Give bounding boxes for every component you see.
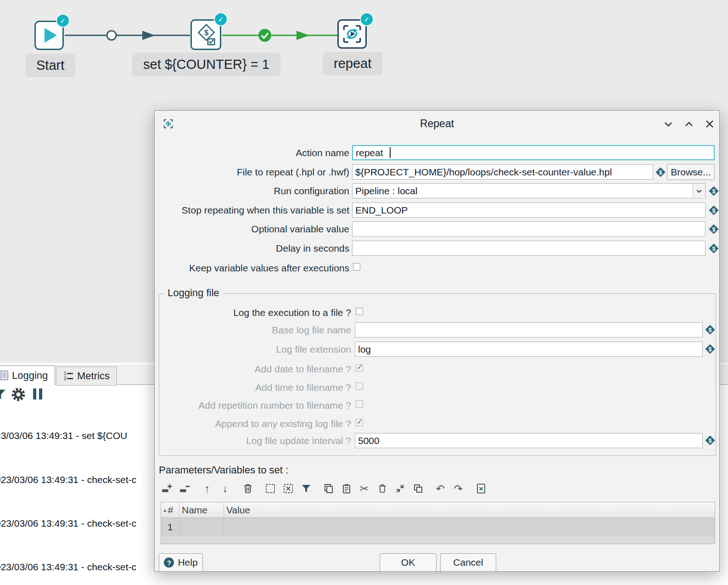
log-to-file-checkbox[interactable] [356, 308, 363, 315]
ok-button[interactable]: OK [380, 553, 437, 572]
add-time-label: Add time to filename ? [159, 380, 351, 395]
file-to-repeat-input[interactable] [352, 164, 653, 180]
paste-rows-icon[interactable] [340, 483, 353, 495]
run-configuration-combo[interactable] [352, 183, 706, 198]
log-file-extension-label: Log file extension [159, 342, 351, 357]
dialog-titlebar[interactable]: Repeat [155, 111, 719, 137]
variable-icon[interactable]: $ [708, 224, 719, 235]
delay-seconds-input[interactable] [352, 241, 706, 256]
pause-logging-icon[interactable] [33, 388, 42, 399]
file-to-repeat-label: File to repeat (.hpl or .hwf) [155, 164, 349, 180]
svg-text:$: $ [709, 327, 712, 333]
cut-rows-icon[interactable]: ✂ [358, 483, 370, 495]
keep-values-label: Keep variable values after executions [155, 260, 349, 276]
repeat-dialog: Repeat Action name File to repeat (.hpl … [154, 110, 720, 572]
sort-asc-icon: ▴ [163, 506, 167, 513]
filter-rows-icon[interactable] [300, 483, 312, 495]
move-row-down-icon[interactable]: ↓ [219, 483, 231, 495]
row-value-cell[interactable] [224, 518, 715, 536]
tab-metrics-label: Metrics [77, 370, 110, 382]
variable-icon[interactable]: $ [655, 167, 666, 178]
add-time-checkbox[interactable] [356, 382, 363, 390]
minimize-chevron-down-icon[interactable] [661, 117, 675, 131]
svg-text:1: 1 [64, 371, 67, 376]
delete-selected-rows-icon[interactable] [376, 483, 388, 495]
dialog-title: Repeat [155, 118, 719, 130]
add-repetition-checkbox[interactable] [356, 400, 363, 408]
delete-row-icon[interactable] [179, 483, 191, 495]
node-label-set-counter[interactable]: set ${COUNTER} = 1 [132, 53, 280, 76]
move-row-up-icon[interactable]: ↑ [201, 483, 213, 495]
base-log-file-input[interactable] [355, 322, 703, 338]
logging-file-group-title: Logging file [164, 287, 223, 299]
column-header-num[interactable]: ▴ # [161, 502, 179, 518]
stop-variable-input[interactable] [352, 202, 706, 218]
parameters-table-header: ▴ # Name Value [161, 502, 715, 518]
table-row[interactable]: 1 [161, 518, 715, 536]
chevron-down-icon [695, 187, 703, 195]
tab-logging[interactable]: Logging [0, 366, 55, 385]
select-all-rows-icon[interactable] [264, 483, 276, 495]
table-empty-area [161, 536, 715, 544]
column-header-value[interactable]: Value [224, 502, 715, 518]
tab-metrics[interactable]: 1 2 Metrics [56, 366, 117, 386]
metrics-tab-icon: 1 2 [63, 371, 74, 382]
add-date-checkbox[interactable] [356, 364, 363, 371]
workflow-canvas[interactable]: $ ✓ ✓ ✓ Start set ${COUNTER} = 1 repeat [0, 0, 728, 110]
append-log-checkbox[interactable] [356, 419, 363, 426]
svg-text:$: $ [709, 438, 712, 444]
status-check-badge: ✓ [360, 12, 374, 26]
variable-icon[interactable]: $ [708, 186, 719, 197]
optional-variable-value-input[interactable] [352, 221, 706, 236]
help-button[interactable]: ? Help [159, 553, 203, 572]
variable-icon[interactable]: $ [708, 205, 719, 216]
logging-tab-icon [0, 371, 9, 381]
maximize-chevron-up-icon[interactable] [682, 117, 696, 131]
column-header-name[interactable]: Name [179, 502, 224, 518]
append-log-label: Append to any existing log file ? [159, 416, 351, 431]
keep-selected-rows-icon[interactable] [394, 483, 406, 495]
clear-rows-trash-icon[interactable] [241, 483, 254, 495]
svg-text:$: $ [712, 226, 716, 233]
set-variables-icon: $ [193, 22, 219, 48]
variable-icon[interactable]: $ [708, 243, 719, 254]
svg-text:$: $ [204, 28, 208, 36]
row-number-cell: 1 [161, 518, 179, 536]
insert-row-icon[interactable] [161, 483, 173, 495]
status-check-badge: ✓ [214, 12, 228, 26]
combo-dropdown-button[interactable] [693, 184, 705, 197]
variable-icon[interactable]: $ [705, 324, 716, 335]
delay-seconds-label: Delay in seconds [155, 241, 349, 256]
export-excel-icon[interactable] [475, 483, 487, 495]
action-name-input[interactable] [352, 145, 715, 160]
close-icon[interactable] [703, 117, 717, 131]
keep-values-checkbox[interactable] [353, 263, 360, 270]
log-update-interval-input[interactable] [355, 433, 703, 448]
browse-button[interactable]: Browse... [667, 164, 715, 180]
svg-text:2: 2 [64, 376, 67, 381]
base-log-file-label: Base log file name [159, 322, 351, 338]
hop-start-to-set[interactable] [65, 31, 190, 40]
log-file-extension-input[interactable] [355, 342, 703, 357]
undo-icon[interactable]: ↶ [434, 483, 447, 495]
status-check-badge: ✓ [56, 14, 70, 28]
logging-file-group: Logging file Log the execution to a file… [159, 293, 716, 456]
redo-icon[interactable]: ↷ [452, 483, 465, 495]
clear-selection-icon[interactable] [282, 483, 294, 495]
cancel-button[interactable]: Cancel [440, 553, 496, 572]
node-label-start[interactable]: Start [25, 54, 75, 77]
repeat-icon [340, 22, 364, 46]
parameters-section-label: Parameters/Variables to set : [159, 464, 288, 476]
duplicate-rows-icon[interactable] [412, 483, 424, 495]
svg-text:$: $ [712, 208, 716, 214]
node-label-repeat[interactable]: repeat [323, 52, 382, 75]
variable-icon[interactable]: $ [705, 343, 716, 354]
variable-icon[interactable]: $ [705, 435, 716, 446]
copy-rows-icon[interactable] [322, 483, 335, 495]
optional-variable-value-label: Optional variable value [155, 221, 349, 236]
row-name-cell[interactable] [179, 518, 224, 536]
hop-set-to-repeat[interactable] [222, 29, 338, 42]
play-icon [45, 28, 57, 43]
add-date-label: Add date to filename ? [159, 361, 351, 377]
run-configuration-label: Run configuration [155, 183, 349, 198]
